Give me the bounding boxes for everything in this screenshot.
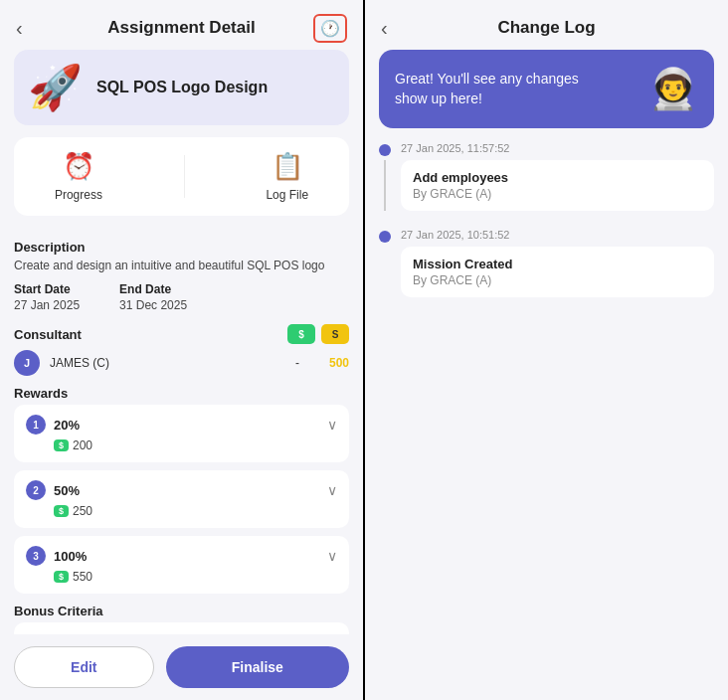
log-file-icon: 📋 — [272, 151, 303, 182]
log-dot-2 — [379, 231, 391, 243]
log-timestamp-1: 27 Jan 2025, 11:57:52 — [401, 142, 714, 154]
right-header: ‹ Change Log — [365, 0, 728, 50]
chevron-down-icon-1[interactable]: ∨ — [327, 417, 337, 433]
reward-item-2: 2 50% ∨ $ 250 — [14, 470, 349, 528]
log-content-2: 27 Jan 2025, 10:51:52 Mission Created By… — [401, 229, 714, 297]
chevron-down-icon-3[interactable]: ∨ — [327, 548, 337, 564]
reward-num-3: 3 — [26, 546, 46, 566]
reward-row-2: 2 50% ∨ — [26, 480, 337, 500]
progress-icon: ⏰ — [63, 151, 94, 182]
consultant-dash: - — [295, 356, 299, 370]
reward-item-1: 1 20% ∨ $ 200 — [14, 405, 349, 462]
log-dot-1 — [379, 144, 391, 156]
end-date-label: End Date — [119, 282, 187, 296]
finalise-button[interactable]: Finalise — [166, 646, 349, 688]
chevron-down-icon-2[interactable]: ∨ — [327, 482, 337, 498]
score-icon-yellow: S — [321, 324, 349, 344]
consultant-header: Consultant $ S — [14, 324, 349, 344]
progress-label: Progress — [55, 188, 102, 202]
consultant-icons: $ S — [287, 324, 349, 344]
content-scroll: Description Create and design an intuiti… — [0, 230, 363, 634]
reward-item-3: 3 100% ∨ $ 550 — [14, 536, 349, 594]
edit-button[interactable]: Edit — [14, 646, 154, 688]
log-action-2: Mission Created — [413, 257, 702, 271]
log-line-1 — [384, 160, 386, 211]
end-date-value: 31 Dec 2025 — [119, 298, 187, 312]
promo-banner: Great! You'll see any changes show up he… — [379, 50, 714, 128]
log-card-1: Add employees By GRACE (A) — [401, 160, 714, 211]
log-content-1: 27 Jan 2025, 11:57:52 Add employees By G… — [401, 142, 714, 211]
reward-num-2: 2 — [26, 480, 46, 500]
page-title-right: Change Log — [497, 18, 595, 38]
consultant-row: J JAMES (C) - 500 — [14, 350, 349, 376]
rocket-icon: 🚀 — [28, 66, 83, 109]
reward-amount-3: 550 — [73, 570, 92, 584]
log-by-2: By GRACE (A) — [413, 273, 702, 287]
log-entry-1: 27 Jan 2025, 11:57:52 Add employees By G… — [379, 142, 714, 211]
consultant-label: Consultant — [14, 327, 82, 342]
bonus-section: Early submission $ 50 — [14, 622, 349, 634]
reward-amount-row-3: $ 550 — [54, 570, 337, 584]
log-dot-col-2 — [379, 229, 391, 297]
reward-pct-3: 100% — [54, 549, 327, 564]
left-header: ‹ Assignment Detail 🕐 — [0, 0, 363, 50]
rewards-section: Rewards 1 20% ∨ $ 200 2 50% ∨ — [14, 386, 349, 594]
money-icon-green: $ — [287, 324, 315, 344]
log-dot-col-1 — [379, 142, 391, 211]
consultant-points: 500 — [329, 356, 349, 370]
dates-row: Start Date 27 Jan 2025 End Date 31 Dec 2… — [14, 282, 349, 312]
consultant-avatar: J — [14, 350, 40, 376]
start-date-value: 27 Jan 2025 — [14, 298, 80, 312]
rewards-label: Rewards — [14, 386, 349, 401]
bonus-section-label: Bonus Criteria — [14, 604, 349, 618]
consultant-name: JAMES (C) — [50, 356, 285, 370]
back-button-left[interactable]: ‹ — [16, 17, 23, 40]
reward-pct-1: 20% — [54, 418, 327, 433]
progress-action[interactable]: ⏰ Progress — [55, 151, 102, 202]
astronaut-icon: 👨‍🚀 — [648, 66, 698, 112]
log-card-2: Mission Created By GRACE (A) — [401, 247, 714, 297]
left-panel: ‹ Assignment Detail 🕐 🚀 SQL POS Logo Des… — [0, 0, 363, 700]
reward-num-1: 1 — [26, 415, 46, 435]
money-badge-1: $ — [54, 439, 69, 451]
log-action-1: Add employees — [413, 170, 702, 185]
action-card: ⏰ Progress 📋 Log File — [14, 137, 349, 216]
description-label: Description — [14, 240, 349, 255]
log-file-label: Log File — [266, 188, 308, 202]
page-title-left: Assignment Detail — [107, 18, 255, 38]
start-date-group: Start Date 27 Jan 2025 — [14, 282, 80, 312]
project-card: 🚀 SQL POS Logo Design — [14, 50, 349, 125]
action-divider — [184, 155, 185, 198]
end-date-group: End Date 31 Dec 2025 — [119, 282, 187, 312]
money-badge-3: $ — [54, 571, 69, 583]
reward-amount-1: 200 — [73, 438, 92, 452]
promo-text: Great! You'll see any changes show up he… — [395, 70, 594, 108]
start-date-label: Start Date — [14, 282, 80, 296]
description-text: Create and design an intuitive and beaut… — [14, 259, 349, 272]
log-timestamp-2: 27 Jan 2025, 10:51:52 — [401, 229, 714, 241]
reward-amount-row-2: $ 250 — [54, 504, 337, 518]
reward-pct-2: 50% — [54, 483, 327, 498]
change-log-scroll: 27 Jan 2025, 11:57:52 Add employees By G… — [365, 142, 728, 700]
reward-amount-row-1: $ 200 — [54, 438, 337, 452]
reward-row-3: 3 100% ∨ — [26, 546, 337, 566]
project-title: SQL POS Logo Design — [96, 79, 268, 96]
clock-icon: 🕐 — [320, 20, 340, 37]
reward-amount-2: 250 — [73, 504, 92, 518]
reward-row-1: 1 20% ∨ — [26, 415, 337, 435]
log-by-1: By GRACE (A) — [413, 187, 702, 201]
log-entry-2: 27 Jan 2025, 10:51:52 Mission Created By… — [379, 229, 714, 297]
footer-buttons: Edit Finalise — [0, 634, 363, 700]
back-button-right[interactable]: ‹ — [381, 17, 388, 40]
log-file-action[interactable]: 📋 Log File — [266, 151, 308, 202]
right-panel: ‹ Change Log Great! You'll see any chang… — [365, 0, 728, 700]
consultant-section: Consultant $ S J JAMES (C) - 500 — [14, 324, 349, 376]
clock-history-button[interactable]: 🕐 — [313, 14, 347, 43]
money-badge-2: $ — [54, 505, 69, 517]
